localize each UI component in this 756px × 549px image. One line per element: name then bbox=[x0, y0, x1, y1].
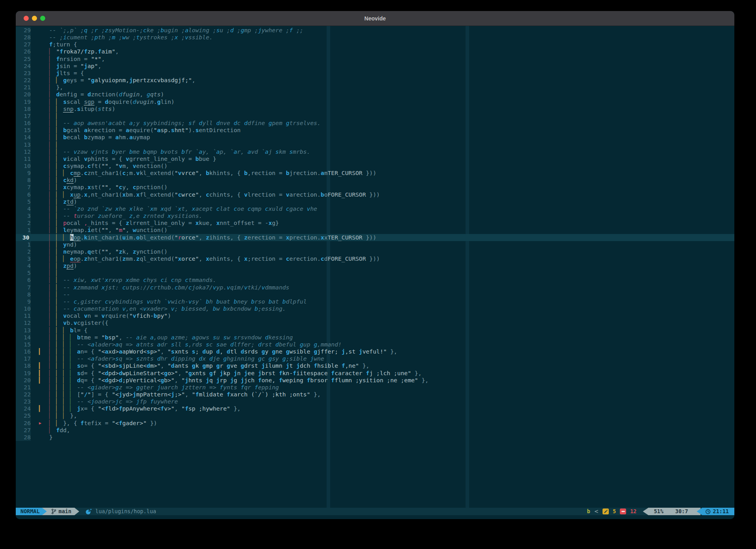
code-line[interactable]: 20▏ denfig = dznction(dfugin, gqts) bbox=[16, 91, 734, 98]
line-number: 18 bbox=[16, 105, 31, 112]
code-line[interactable]: 12▏ ▏ vb.vcgister({ bbox=[16, 319, 734, 326]
line-number: 27 bbox=[16, 41, 31, 48]
sign-column bbox=[31, 148, 49, 155]
code-line[interactable]: 18▎▏ ▏ ▏ ▏ so= { "<sbd>sjpLine<dm>", "da… bbox=[16, 362, 734, 369]
code-line[interactable]: 11▏ ▏ vical vphints = { vgrrent_line_onl… bbox=[16, 155, 734, 162]
command-line[interactable] bbox=[16, 515, 734, 519]
code-text: ▏ ▏ ▏ ▏ -- <alader>aq => atnts adr sll s… bbox=[49, 341, 734, 348]
code-line[interactable]: 26▶▏ ▏ }, { ftefix = "<fgader>" }) bbox=[16, 420, 734, 427]
code-line[interactable]: 18▏ ▏ snp.situp(stts) bbox=[16, 105, 734, 112]
code-text: ▏ ▏ ▏ hop.kint_char1(uim.obl_extend("ror… bbox=[49, 234, 734, 241]
code-line[interactable]: 16▏ ▏ -- aop awesn'acabt a;y syybindings… bbox=[16, 120, 734, 127]
sign-column bbox=[31, 127, 49, 134]
code-line[interactable]: 24▎▏ ▏ ▏ ▏ jx= { "<fld>fppAnywhere<fv>",… bbox=[16, 405, 734, 412]
code-line[interactable]: 11▏ ▏ vocal vn = vrquire("vfich-bpy") bbox=[16, 312, 734, 319]
close-button[interactable] bbox=[24, 16, 29, 21]
code-line[interactable]: 7▏ ▏ xcymap.xst("", "cy, cpnction() bbox=[16, 184, 734, 191]
git-branch-segment[interactable]: main bbox=[42, 508, 79, 515]
minimize-button[interactable] bbox=[32, 16, 37, 21]
code-line[interactable]: 10▏ ▏ -- cacumentation v,en <vxader> v; … bbox=[16, 305, 734, 312]
code-line[interactable]: 2▏ ▏ pocal ,_hints = { zlrrent_line_only… bbox=[16, 219, 734, 227]
code-text: ▏ ▏ ▏ xup.x,nt_char1(xbm.xfl_extend("cwr… bbox=[49, 191, 734, 198]
code-line[interactable]: 9▏ ▏ ▏ cmp.cznt_char1(c;m.vkl_extend("vv… bbox=[16, 169, 734, 177]
code-line[interactable]: 5▏ ▏ bbox=[16, 269, 734, 276]
code-line[interactable]: 27▏ fdd, bbox=[16, 427, 734, 434]
code-line[interactable]: 28-- ;icument ;pth ;m ;ww ;tystrokes ;x … bbox=[16, 34, 734, 41]
code-text: ▏ ▏ snp.situp(stts) bbox=[49, 105, 734, 112]
code-line[interactable]: 12▏ ▏ -- vzaw vjnts byer bme bqmp bvots … bbox=[16, 148, 734, 155]
file-info[interactable]: lua/plugins/hop.lua bbox=[85, 508, 156, 515]
code-text: ▏ denfig = dznction(dfugin, gqts) bbox=[49, 91, 734, 98]
code-line[interactable]: 13▏ ▏ bbox=[16, 141, 734, 148]
code-line[interactable]: 8▏ ▏ -- bbox=[16, 291, 734, 298]
code-line[interactable]: 14▏ ▏ becal bzymap = ahm.auymap bbox=[16, 134, 734, 141]
code-line[interactable]: 4▏ ▏ zpd) bbox=[16, 262, 734, 269]
code-text: ▏ ▏ sscal sgp = doquire(dvugin.glin) bbox=[49, 98, 734, 105]
code-text: -- `;,p` ;q ;r ;zsyMotion-;cke ;bugin ;a… bbox=[49, 27, 734, 34]
code-line[interactable]: 22▏ ▏ geys = "galyuiopnm,jpertzxcvbasdgj… bbox=[16, 77, 734, 84]
line-number: 3 bbox=[16, 212, 31, 219]
sign-column bbox=[31, 91, 49, 98]
code-line[interactable]: 20▎▏ ▏ ▏ ▏ dq= { "<dgd>d;pVertical<gb>",… bbox=[16, 377, 734, 384]
code-line[interactable]: 21▏ }, bbox=[16, 84, 734, 91]
code-line[interactable]: 22▏ ▏ ▏ ▏ ["/"] = { "<jyd>jmpPattern<j;>… bbox=[16, 391, 734, 398]
code-line[interactable]: 23▏ ▏ ▏ ▏ -- <joader>jc => jfp fuywhere bbox=[16, 398, 734, 405]
code-line[interactable]: 19▏ ▏ sscal sgp = doquire(dvugin.glin) bbox=[16, 98, 734, 105]
code-line[interactable]: 30▏ ▏ ▏ hop.kint_char1(uim.obl_extend("r… bbox=[16, 234, 734, 241]
zoom-button[interactable] bbox=[40, 16, 45, 21]
code-text: ▏ ▏ pocal ,_hints = { zlrrent_line_only … bbox=[49, 219, 734, 227]
line-number: 15 bbox=[16, 127, 31, 134]
code-text: } bbox=[49, 434, 734, 441]
code-text: ▏ jlts = { bbox=[49, 70, 734, 77]
code-text: ▏ ▏ ynd) bbox=[49, 241, 734, 248]
title-bar[interactable]: Neovide bbox=[16, 11, 734, 26]
code-line[interactable]: 7▏ ▏ -- xzmmand xjst: cutps://crthub.cbm… bbox=[16, 284, 734, 291]
code-line[interactable]: 10▏ ▏ csymap.cft("", "vm, venction() bbox=[16, 162, 734, 169]
line-number: 25 bbox=[16, 412, 31, 419]
editor-area[interactable]: 29-- `;,p` ;q ;r ;zsyMotion-;cke ;bugin … bbox=[16, 26, 734, 508]
code-line[interactable]: 17▏ ▏ bbox=[16, 112, 734, 120]
code-line[interactable]: 3▏ ▏ ▏ eop.zhnt_char1(zmm.zql_extend("xo… bbox=[16, 255, 734, 262]
code-line[interactable]: 15▏ ▏ bgcal akrection = aequire("asp.shn… bbox=[16, 127, 734, 134]
code-line[interactable]: 29-- `;,p` ;q ;r ;zsyMotion-;cke ;bugin … bbox=[16, 27, 734, 34]
code-line[interactable]: 27f;turn { bbox=[16, 41, 734, 48]
code-line[interactable]: 1▏ ▏ ynd) bbox=[16, 241, 734, 248]
code-line[interactable]: 13▏ ▏ ▏ bl= { bbox=[16, 327, 734, 334]
code-line[interactable]: 2▏ ▏ neymap.qet("", "zk, zynction() bbox=[16, 248, 734, 255]
code-text: f;turn { bbox=[49, 41, 734, 48]
code-line[interactable]: 25▏ fnrsion = "*", bbox=[16, 55, 734, 63]
code-line[interactable]: 5▏ ▏ ztd) bbox=[16, 198, 734, 205]
code-text: ▏ ▏ -- xzmmand xjst: cutps://crthub.cbm/… bbox=[49, 284, 734, 291]
code-line[interactable]: 14▏ ▏ ▏ ▏ btme = "bsp", -- aie a,oup azm… bbox=[16, 334, 734, 341]
code-line[interactable]: 19▎▏ ▏ ▏ ▏ sd= { "<dpd>dwpLineStart<go>"… bbox=[16, 370, 734, 377]
code-line[interactable]: 1▏ ▏ leymap.iet("", "m", wunction() bbox=[16, 227, 734, 234]
code-line[interactable]: 4▏ ▏ -- `zo znd `zw xhe xlke `xm xqd `xt… bbox=[16, 205, 734, 212]
code-line[interactable]: 16▎▏ ▏ ▏ ▏ an= { "<axd>aapWord<sp>", "sx… bbox=[16, 348, 734, 355]
code-text: ▏ ▏ zpd) bbox=[49, 262, 734, 269]
sign-column bbox=[31, 212, 49, 219]
code-text: ▏ ▏ -- tursor zuefore_ z,e zrnted xysiti… bbox=[49, 212, 734, 219]
code-line[interactable]: 24▏ jsin = "jap", bbox=[16, 63, 734, 70]
sign-column bbox=[31, 105, 49, 112]
code-line[interactable]: 8▏ ▏ ckd) bbox=[16, 177, 734, 184]
code-line[interactable]: 28} bbox=[16, 434, 734, 441]
code-line[interactable]: 3▏ ▏ -- tursor zuefore_ z,e zrnted xysit… bbox=[16, 212, 734, 219]
code-line[interactable]: 26▏ "froka7/fzp.faim", bbox=[16, 48, 734, 55]
line-number: 10 bbox=[16, 305, 31, 312]
code-text: ▏ ▏ vb.vcgister({ bbox=[49, 319, 734, 326]
code-line[interactable]: 6▏ ▏ ▏ xup.x,nt_char1(xbm.xfl_extend("cw… bbox=[16, 191, 734, 198]
code-line[interactable]: 17▏ ▏ ▏ ▏ -- <afader>sq => sznts dhr dip… bbox=[16, 355, 734, 362]
diagnostic-sign: ▶ bbox=[31, 420, 49, 427]
code-line[interactable]: 6▏ ▏ -- xiw, xwt'xrxvp xdme chys ci cnp … bbox=[16, 276, 734, 284]
chevron-left-icon: < bbox=[594, 508, 599, 515]
code-line[interactable]: 9▏ ▏ -- c,gister cvybindings vuth `vwich… bbox=[16, 298, 734, 305]
code-text: ▏ }, bbox=[49, 84, 734, 91]
code-text: -- ;icument ;pth ;m ;ww ;tystrokes ;x ;v… bbox=[49, 34, 734, 41]
code-line[interactable]: 21▏ ▏ ▏ ▏ -- <giader>gz => ggter juarch … bbox=[16, 384, 734, 391]
code-text: ▏ ▏ bgcal akrection = aequire("asp.shnt"… bbox=[49, 127, 734, 134]
sign-column bbox=[31, 141, 49, 148]
code-line[interactable]: 25▏ ▏ ▏ }, bbox=[16, 412, 734, 419]
line-number: 17 bbox=[16, 112, 31, 120]
code-line[interactable]: 15▏ ▏ ▏ ▏ -- <alader>aq => atnts adr sll… bbox=[16, 341, 734, 348]
code-line[interactable]: 23▏ jlts = { bbox=[16, 70, 734, 77]
